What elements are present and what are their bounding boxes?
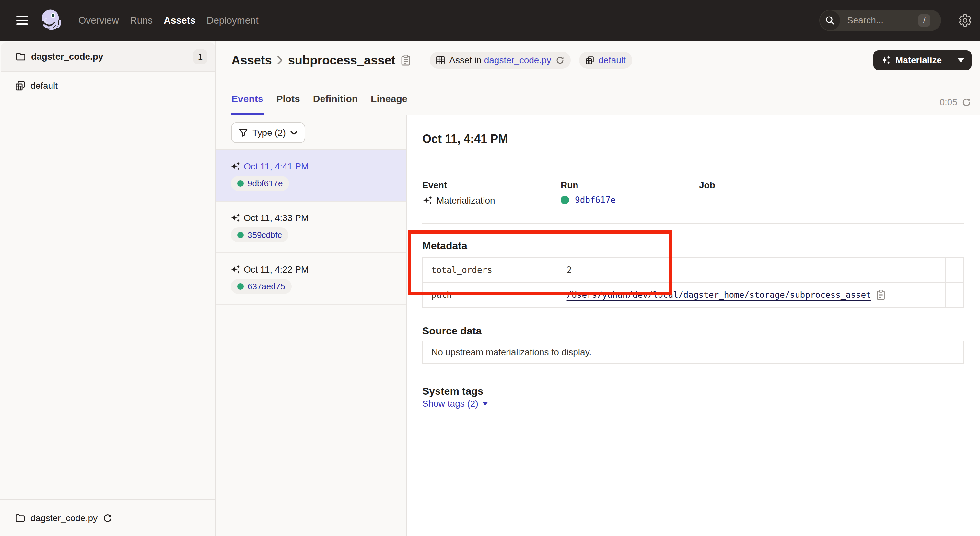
search-shortcut-key: / [918, 14, 930, 27]
event-run-job-summary: Event Materialization [422, 180, 837, 206]
asset-tabs: Events Plots Definition Lineage [216, 89, 980, 115]
source-data-heading: Source data [422, 325, 482, 337]
nav-item-runs[interactable]: Runs [130, 15, 153, 26]
breadcrumb-current-asset: subprocess_asset [288, 54, 396, 67]
materialize-split-button: Materialize [873, 50, 972, 70]
refresh-definition-icon[interactable] [556, 56, 564, 65]
type-filter-label: Type (2) [253, 128, 286, 138]
metadata-value: /Users/yuhan/dev/local/dagster_home/stor… [558, 282, 946, 307]
sidebar-code-location-footer: dagster_code.py [0, 499, 216, 536]
materialization-sparkle-icon [230, 161, 241, 172]
search-icon [825, 16, 835, 25]
event-timestamp: Oct 11, 4:33 PM [244, 213, 309, 223]
run-id-tag[interactable]: 9dbf617e [231, 176, 289, 191]
sparkles-icon [880, 55, 891, 66]
job-column-label: Job [699, 180, 837, 191]
hamburger-menu-icon[interactable] [16, 16, 28, 25]
events-filter-bar: Type (2) [216, 115, 406, 150]
metadata-extra-cell [946, 258, 964, 282]
asset-definition-file-link[interactable]: dagster_code.py [484, 55, 551, 65]
materialization-sparkle-icon [230, 264, 241, 275]
materialization-sparkle-icon [422, 195, 433, 206]
asset-grid-icon [436, 56, 445, 65]
asset-group-link[interactable]: default [598, 55, 626, 65]
asset-group-tag[interactable]: default [579, 52, 632, 69]
breadcrumb-assets-link[interactable]: Assets [231, 54, 272, 67]
divider [422, 223, 964, 224]
top-navbar: Overview Runs Assets Deployment Search..… [0, 0, 980, 41]
refresh-icon[interactable] [962, 98, 971, 107]
filter-funnel-icon [239, 128, 248, 137]
materialize-button[interactable]: Materialize [873, 50, 950, 70]
event-column-label: Event [422, 180, 561, 191]
sidebar-item-label: dagster_code.py [31, 51, 103, 62]
sidebar-item-code-location[interactable]: dagster_code.py 1 [1, 43, 215, 72]
system-tags-heading: System tags [422, 385, 484, 397]
tab-events[interactable]: Events [231, 93, 264, 115]
breadcrumb: Assets subprocess_asset [231, 49, 972, 72]
sidebar-group-label: default [30, 81, 58, 91]
event-detail-pane: Oct 11, 4:41 PM Event [407, 115, 980, 536]
run-id-tag[interactable]: 359cdbfc [231, 227, 288, 242]
tab-plots[interactable]: Plots [275, 93, 301, 115]
source-data-empty-text: No upstream materializations to display. [431, 347, 592, 358]
navbar-right: Search... / [819, 10, 980, 31]
metadata-heading: Metadata [422, 240, 467, 252]
dagster-asset-events-page: Overview Runs Assets Deployment Search..… [0, 0, 980, 536]
materialization-sparkle-icon [230, 213, 241, 224]
nav-item-overview[interactable]: Overview [78, 15, 119, 26]
metadata-path-link[interactable]: /Users/yuhan/dev/local/dagster_home/stor… [567, 290, 871, 300]
event-type-value: Materialization [436, 196, 495, 206]
materialize-button-label: Materialize [896, 55, 942, 65]
nav-item-deployment[interactable]: Deployment [207, 15, 258, 26]
caret-down-icon [482, 402, 488, 406]
breadcrumb-chevron-icon [277, 56, 283, 65]
sidebar-item-count-badge: 1 [193, 49, 207, 65]
run-id-link[interactable]: 9dbf617e [575, 195, 616, 205]
run-status-dot [561, 196, 569, 204]
asset-catalog-sidebar: dagster_code.py 1 default dagster_code.p… [0, 41, 216, 536]
event-detail-title: Oct 11, 4:41 PM [422, 132, 508, 146]
metadata-key: path [423, 282, 558, 307]
events-list-pane: Type (2) [216, 115, 407, 536]
divider [422, 161, 964, 161]
tab-definition[interactable]: Definition [312, 93, 358, 115]
search-input[interactable]: Search... / [819, 10, 941, 31]
copy-path-icon[interactable] [877, 290, 885, 300]
run-id-label: 359cdbfc [248, 230, 282, 240]
materialize-dropdown-button[interactable] [950, 50, 972, 70]
run-id-label: 9dbf617e [248, 178, 283, 189]
sidebar-item-group-default[interactable]: default [0, 72, 216, 100]
dagster-logo[interactable] [39, 8, 63, 32]
job-empty-value: — [699, 195, 708, 205]
refresh-countdown: 0:05 [940, 97, 958, 108]
metadata-row: path /Users/yuhan/dev/local/dagster_home… [423, 282, 964, 307]
folder-icon [15, 513, 25, 523]
event-timestamp: Oct 11, 4:22 PM [244, 264, 309, 275]
copy-asset-name-icon[interactable] [401, 55, 410, 66]
show-tags-label: Show tags (2) [422, 399, 478, 409]
event-list-item[interactable]: Oct 11, 4:33 PM 359cdbfc [216, 202, 406, 253]
run-status-dot [237, 232, 244, 238]
run-id-tag[interactable]: 637aed75 [231, 279, 292, 294]
search-icon-circle [820, 10, 840, 30]
asset-page-header: Assets subprocess_asset [216, 41, 980, 115]
type-filter-button[interactable]: Type (2) [231, 122, 305, 143]
search-placeholder: Search... [847, 15, 883, 25]
reload-icon[interactable] [103, 513, 113, 523]
event-timestamp: Oct 11, 4:41 PM [244, 161, 309, 172]
source-data-empty-box: No upstream materializations to display. [422, 340, 964, 364]
nav-item-assets[interactable]: Assets [164, 15, 196, 26]
event-list-item[interactable]: Oct 11, 4:41 PM 9dbf617e [216, 150, 406, 202]
event-list-item[interactable]: Oct 11, 4:22 PM 637aed75 [216, 253, 406, 305]
settings-gear-icon[interactable] [958, 13, 972, 27]
primary-nav: Overview Runs Assets Deployment [78, 15, 259, 26]
tab-lineage[interactable]: Lineage [370, 93, 408, 115]
asset-group-icon [15, 81, 25, 91]
run-status-dot [237, 180, 244, 187]
caret-down-icon [958, 58, 964, 62]
show-tags-toggle[interactable]: Show tags (2) [422, 399, 488, 409]
metadata-value: 2 [558, 258, 946, 282]
asset-definition-tag[interactable]: Asset in dagster_code.py [430, 52, 570, 69]
metadata-table: total_orders 2 path /Users/yuhan/dev/loc… [422, 257, 964, 308]
